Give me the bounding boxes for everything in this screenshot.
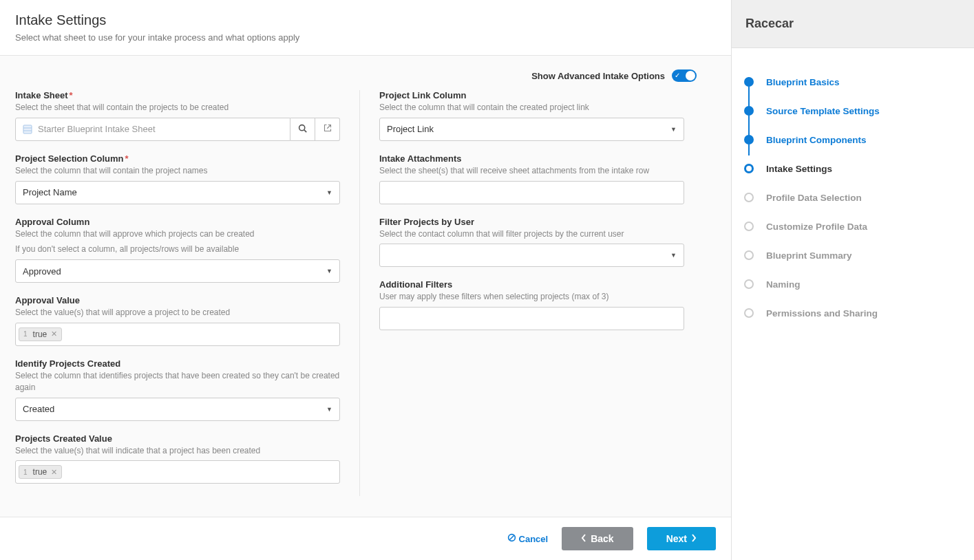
search-icon [298,124,307,135]
chevron-down-icon: ▼ [326,268,332,274]
main-panel: Intake Settings Select what sheet to use… [0,0,732,560]
select-value: Project Link [387,124,434,134]
step-marker-icon [744,164,754,173]
required-star: * [70,90,73,100]
field-label: Project Selection Column* [15,153,340,164]
step-blueprint-components[interactable]: Blueprint Components [744,125,962,154]
step-label: Permissions and Sharing [766,308,878,319]
chevron-down-icon: ▼ [670,126,677,133]
created-value-taginput[interactable]: 1 true ✕ [15,460,340,484]
page-header: Intake Settings Select what sheet to use… [0,0,731,56]
select-value: Approved [23,266,61,277]
step-marker-icon [744,77,754,87]
project-link-select[interactable]: Project Link ▼ [379,118,684,141]
intake-attachments-input[interactable] [379,181,684,204]
field-label: Intake Attachments [379,153,684,164]
open-external-button[interactable] [315,118,340,141]
field-help: Select the contact column that will filt… [379,228,684,240]
step-blueprint-summary[interactable]: Blueprint Summary [744,241,962,270]
advanced-toggle[interactable]: ✓ [672,69,697,82]
field-label: Approval Value [15,295,340,305]
close-icon[interactable]: ✕ [51,330,57,338]
step-marker-icon [744,279,754,289]
close-icon[interactable]: ✕ [51,468,57,477]
step-naming[interactable]: Naming [744,270,962,299]
step-label: Customize Profile Data [766,222,867,232]
step-marker-icon [744,106,754,116]
step-customize-profile-data[interactable]: Customize Profile Data [744,212,962,241]
field-additional-filters: Additional Filters User may apply these … [379,279,684,330]
chevron-down-icon: ▼ [670,252,677,259]
step-permissions-sharing[interactable]: Permissions and Sharing [744,299,962,327]
sidebar-steps: Blueprint Basics Source Template Setting… [732,48,974,347]
footer-bar: Cancel Back Next [0,517,731,560]
external-link-icon [324,124,332,134]
field-help: Select the sheet(s) that will receive sh… [379,165,684,177]
field-label: Intake Sheet* [15,90,340,100]
project-selection-select[interactable]: Project Name ▼ [15,181,340,204]
advanced-toggle-row: Show Advanced Intake Options ✓ [15,69,716,82]
step-source-template[interactable]: Source Template Settings [744,96,962,125]
step-label: Profile Data Selection [766,193,862,203]
next-label: Next [666,533,687,544]
step-intake-settings[interactable]: Intake Settings [744,154,962,183]
search-button[interactable] [290,118,315,141]
sidebar: Racecar Blueprint Basics Source Template… [732,0,974,560]
form-columns: Intake Sheet* Select the sheet that will… [15,90,716,496]
back-button[interactable]: Back [562,527,633,550]
field-label: Additional Filters [379,279,684,290]
intake-sheet-input-wrap: Starter Blueprint Intake Sheet [15,118,340,141]
page-title: Intake Settings [15,12,716,28]
chevron-down-icon: ▼ [326,406,332,413]
next-button[interactable]: Next [647,527,716,550]
step-label: Blueprint Components [766,135,867,145]
field-help: Select the column that will approve whic… [15,228,340,240]
additional-filters-input[interactable] [379,307,684,330]
content-area: Show Advanced Intake Options ✓ Intake Sh… [0,56,731,517]
cancel-button[interactable]: Cancel [507,533,549,544]
field-help: User may apply these filters when select… [379,291,684,303]
step-marker-icon [744,308,754,318]
svg-rect-0 [23,125,32,133]
left-column: Intake Sheet* Select the sheet that will… [15,90,359,496]
chevron-left-icon [581,533,586,544]
check-icon: ✓ [675,70,680,81]
cancel-label: Cancel [519,534,549,544]
advanced-toggle-label: Show Advanced Intake Options [531,71,665,81]
sheet-icon [23,125,32,134]
field-label: Approval Column [15,217,340,227]
step-profile-data-selection[interactable]: Profile Data Selection [744,183,962,212]
field-identify-created: Identify Projects Created Select the col… [15,358,340,421]
step-label: Blueprint Summary [766,250,852,261]
intake-sheet-input[interactable]: Starter Blueprint Intake Sheet [15,118,290,141]
step-label: Intake Settings [766,164,832,174]
svg-line-7 [509,535,514,540]
select-value: Created [23,404,54,414]
field-help: If you don't select a column, all projec… [15,244,340,255]
step-blueprint-basics[interactable]: Blueprint Basics [744,67,962,96]
step-label: Naming [766,279,801,290]
tag-number: 1 [23,330,28,338]
step-label: Blueprint Basics [766,77,840,87]
svg-line-5 [327,125,330,129]
identify-created-select[interactable]: Created ▼ [15,398,340,421]
chevron-down-icon: ▼ [326,189,332,196]
approval-value-taginput[interactable]: 1 true ✕ [15,323,340,346]
approval-column-select[interactable]: Approved ▼ [15,259,340,283]
field-intake-attachments: Intake Attachments Select the sheet(s) t… [379,153,684,204]
field-project-link: Project Link Column Select the column th… [379,90,684,141]
toggle-knob [686,71,695,80]
tag-text: true [33,467,47,477]
field-label: Filter Projects by User [379,217,684,227]
field-help: Select the value(s) that will approve a … [15,307,340,319]
field-help: Select the column that will contain the … [15,165,340,177]
filter-by-user-select[interactable]: ▼ [379,244,684,267]
field-label: Identify Projects Created [15,358,340,369]
field-help: Select the column that will contain the … [379,102,684,114]
field-filter-by-user: Filter Projects by User Select the conta… [379,217,684,268]
chevron-right-icon [691,533,697,544]
step-marker-icon [744,135,754,144]
required-star: * [125,153,128,164]
page-subtitle: Select what sheet to use for your intake… [15,32,716,43]
step-label: Source Template Settings [766,106,880,116]
